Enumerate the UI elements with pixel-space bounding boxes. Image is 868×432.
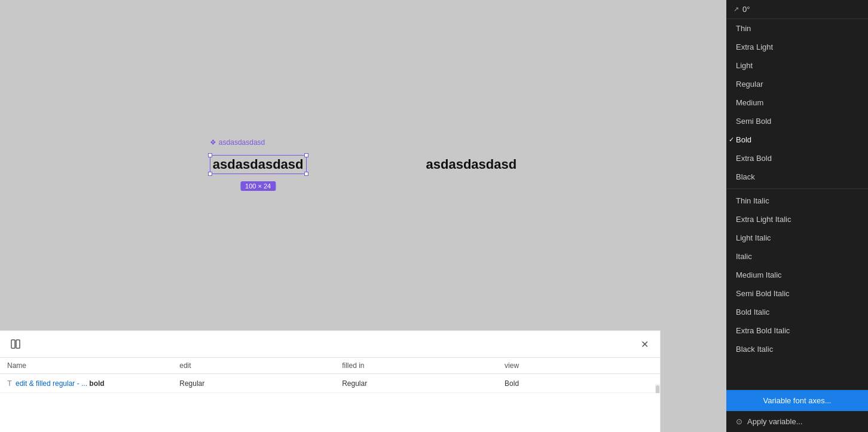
angle-icon: ↗ (733, 5, 739, 13)
panel-header-left (7, 336, 24, 352)
font-weight-black[interactable]: Black (726, 168, 868, 186)
font-weight-extra-bold-label: Extra Bold (736, 154, 772, 163)
apply-variable-item[interactable]: ⊙ Apply variable... (726, 411, 868, 432)
row-name-link[interactable]: edit & filled regular - ... (16, 379, 87, 388)
handle-top-right[interactable] (304, 153, 308, 157)
selected-text-element[interactable]: ❖ asdasdasdasd asdasdasdasd 100 × 24 (210, 155, 307, 174)
font-weight-regular[interactable]: Regular (726, 75, 868, 93)
font-weight-bold-label: Bold (736, 135, 751, 144)
text-type-icon: T (7, 379, 12, 388)
vertical-scrollbar[interactable] (655, 384, 660, 393)
angle-value: 0° (742, 5, 750, 14)
col-header-edit: edit (172, 358, 335, 374)
selection-box[interactable]: asdasdasdasd (210, 155, 307, 174)
font-weight-italic[interactable]: Italic (726, 247, 868, 266)
panel-layout-icon[interactable] (7, 336, 24, 352)
row-name: edit & filled regular - ... bold (16, 379, 105, 388)
dropdown-divider-1 (726, 188, 868, 189)
canvas: ❖ asdasdasdasd asdasdasdasd 100 × 24 asd… (0, 0, 726, 329)
font-weight-black-italic[interactable]: Black Italic (726, 340, 868, 358)
panel-close-button[interactable]: ✕ (636, 336, 653, 352)
font-weight-medium-italic-label: Medium Italic (736, 270, 782, 279)
font-weight-extra-bold-italic-label: Extra Bold Italic (736, 326, 790, 335)
handle-bottom-right[interactable] (304, 172, 308, 176)
font-weight-extra-bold[interactable]: Extra Bold (726, 149, 868, 168)
font-weight-bold-italic-label: Bold Italic (736, 308, 769, 317)
font-weight-semi-bold[interactable]: Semi Bold (726, 112, 868, 130)
svg-rect-1 (16, 340, 20, 348)
font-weight-light-italic-label: Light Italic (736, 233, 771, 242)
font-weight-medium[interactable]: Medium (726, 93, 868, 112)
font-weight-extra-light-label: Extra Light (736, 42, 773, 51)
col-header-view: view (497, 358, 660, 374)
svg-rect-0 (11, 340, 15, 348)
view-cell: Bold (497, 374, 660, 393)
font-weight-semi-bold-italic[interactable]: Semi Bold Italic (726, 284, 868, 303)
font-weight-medium-italic[interactable]: Medium Italic (726, 266, 868, 284)
scrollbar-thumb[interactable] (656, 385, 659, 393)
font-weight-semi-bold-italic-label: Semi Bold Italic (736, 289, 790, 298)
plain-text-element[interactable]: asdasdasdasd (426, 157, 517, 172)
selected-check-icon: ✓ (729, 136, 734, 144)
canvas-content: ❖ asdasdasdasd asdasdasdasd 100 × 24 asd… (210, 155, 516, 174)
panel-header: ✕ (0, 331, 660, 358)
font-weight-bold-italic[interactable]: Bold Italic (726, 303, 868, 321)
font-weight-light[interactable]: Light (726, 56, 868, 75)
panel-table: Name edit filled in view T edit & filled… (0, 358, 660, 393)
font-weight-extra-light[interactable]: Extra Light (726, 38, 868, 56)
handle-top-left[interactable] (208, 153, 212, 157)
font-weight-light-italic[interactable]: Light Italic (726, 229, 868, 247)
name-cell: T edit & filled regular - ... bold (0, 374, 172, 393)
font-weight-semi-bold-label: Semi Bold (736, 117, 771, 126)
handle-bottom-left[interactable] (208, 172, 212, 176)
font-weight-medium-label: Medium (736, 98, 763, 107)
apply-variable-label: Apply variable... (747, 417, 803, 426)
edit-cell: Regular (172, 374, 335, 393)
font-weight-thin[interactable]: Thin (726, 19, 868, 38)
font-weight-extra-light-italic-label: Extra Light Italic (736, 215, 791, 224)
font-weight-thin-label: Thin (736, 24, 751, 33)
row-name-bold: bold (89, 379, 104, 388)
font-weight-regular-label: Regular (736, 80, 763, 89)
font-weight-extra-light-italic[interactable]: Extra Light Italic (726, 210, 868, 229)
font-weight-light-label: Light (736, 61, 753, 70)
font-weight-dropdown: Thin Extra Light Light Regular Medium Se… (726, 19, 868, 390)
dimension-badge: 100 × 24 (240, 181, 276, 191)
font-weight-bold[interactable]: ✓ Bold (726, 130, 868, 149)
font-weight-extra-bold-italic[interactable]: Extra Bold Italic (726, 321, 868, 340)
table-row: T edit & filled regular - ... bold Regul… (0, 374, 660, 393)
font-weight-thin-italic[interactable]: Thin Italic (726, 191, 868, 210)
dropdown-bottom: Variable font axes... ⊙ Apply variable..… (726, 390, 868, 432)
filled-cell: Regular (335, 374, 497, 393)
plain-text-content: asdasdasdasd (426, 157, 517, 172)
font-weight-thin-italic-label: Thin Italic (736, 196, 769, 205)
font-weight-black-label: Black (736, 172, 755, 181)
font-weight-black-italic-label: Black Italic (736, 345, 773, 354)
right-panel-top: ↗ 0° (726, 0, 868, 19)
right-panel: ↗ 0° Thin Extra Light Light Regular Medi… (726, 0, 868, 432)
component-icon: ❖ (210, 138, 216, 147)
font-weight-italic-label: Italic (736, 252, 752, 261)
variable-font-axes-label: Variable font axes... (763, 396, 832, 405)
bottom-panel: ✕ Name edit filled in view T ed (0, 330, 661, 432)
variable-icon: ⊙ (736, 417, 742, 426)
component-label: ❖ asdasdasdasd (210, 138, 265, 147)
variable-font-axes-button[interactable]: Variable font axes... (726, 390, 868, 411)
col-header-filled: filled in (335, 358, 497, 374)
col-header-name: Name (0, 358, 172, 374)
component-label-text: asdasdasdasd (219, 138, 265, 147)
selected-text-content: asdasdasdasd (213, 157, 304, 172)
